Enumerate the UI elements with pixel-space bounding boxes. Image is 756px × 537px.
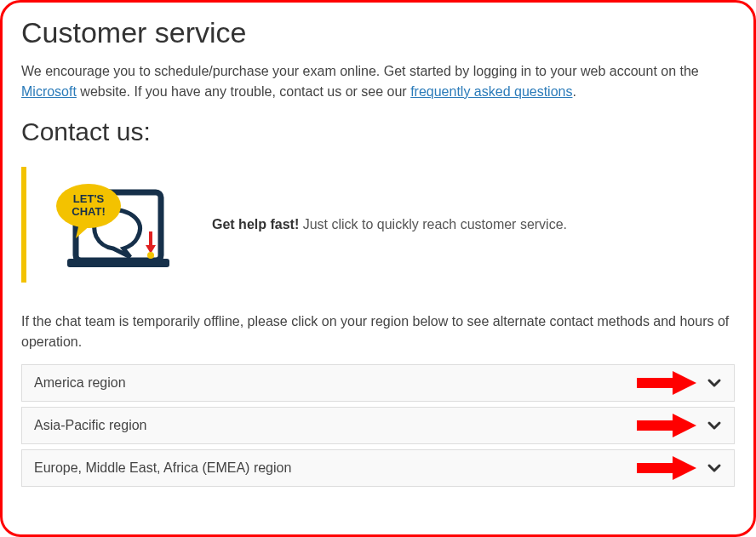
annotation-arrow-icon [637, 414, 696, 437]
faq-link[interactable]: frequently asked questions [410, 84, 572, 99]
chevron-down-icon [707, 375, 722, 391]
region-accordion-asia-pacific[interactable]: Asia-Pacific region [21, 407, 735, 444]
svg-text:CHAT!: CHAT! [72, 205, 105, 218]
svg-point-4 [147, 252, 154, 259]
svg-rect-9 [637, 378, 673, 388]
annotation-arrow-icon [637, 371, 696, 395]
region-accordion-america[interactable]: America region [21, 364, 735, 402]
chevron-down-icon [707, 460, 722, 476]
chat-rest: Just click to quickly reach customer ser… [299, 217, 567, 231]
lets-chat-icon: LET'S CHAT! [42, 172, 186, 277]
chat-bold: Get help fast! [212, 217, 299, 231]
intro-text-2: website. If you have any trouble, contac… [77, 84, 410, 99]
page-frame: Customer service We encourage you to sch… [0, 0, 756, 537]
svg-marker-10 [673, 371, 696, 395]
intro-text-3: . [572, 84, 576, 99]
intro-text-1: We encourage you to schedule/purchase yo… [21, 64, 699, 78]
annotation-arrow-icon [637, 456, 696, 480]
page-title: Customer service [21, 16, 735, 49]
microsoft-link[interactable]: Microsoft [21, 84, 77, 99]
svg-rect-11 [637, 420, 673, 431]
intro-paragraph: We encourage you to schedule/purchase yo… [21, 61, 735, 102]
region-label: Asia-Pacific region [34, 418, 707, 433]
svg-rect-13 [637, 463, 673, 473]
offline-note: If the chat team is temporarily offline,… [21, 311, 735, 352]
contact-heading: Contact us: [21, 117, 735, 146]
region-label: Europe, Middle East, Africa (EMEA) regio… [34, 460, 707, 476]
region-accordion-emea[interactable]: Europe, Middle East, Africa (EMEA) regio… [21, 449, 735, 487]
chevron-down-icon [707, 418, 722, 433]
svg-marker-12 [673, 414, 696, 437]
svg-text:LET'S: LET'S [73, 192, 105, 205]
region-label: America region [34, 375, 707, 391]
chat-banner[interactable]: LET'S CHAT! Get help fast! Just click to… [21, 167, 735, 283]
svg-marker-14 [673, 456, 696, 480]
chat-text: Get help fast! Just click to quickly rea… [186, 217, 567, 232]
